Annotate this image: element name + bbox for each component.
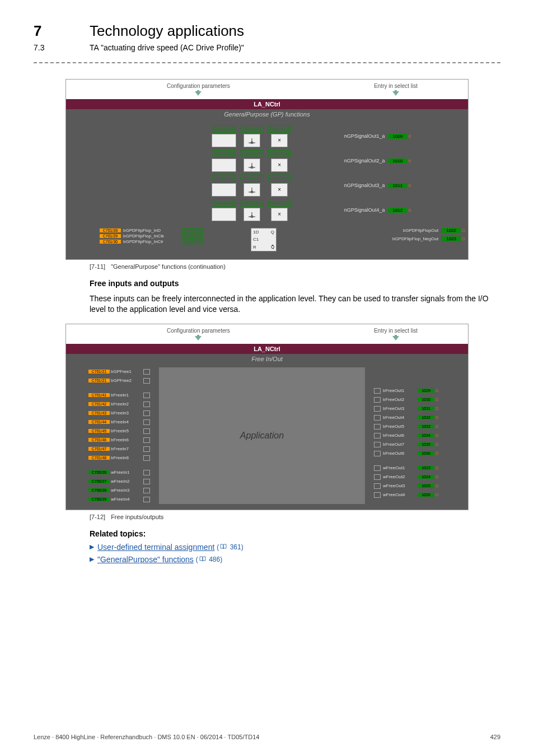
port-code: C700/29 <box>88 497 110 501</box>
port-box-icon <box>374 492 381 498</box>
entry-pill: 1033 <box>418 424 434 428</box>
section-title: TA "actuating drive speed (AC Drive Prof… <box>90 43 244 52</box>
param-code: C00410/3 <box>213 175 236 182</box>
port-code: C701/21 <box>88 379 110 382</box>
chapter-number: 7 <box>34 22 90 40</box>
port-box-icon <box>374 433 381 438</box>
port-code: C701/30 <box>100 240 121 244</box>
entry-pill: 1009 <box>388 134 407 139</box>
entry-pill: 1032 <box>418 416 434 419</box>
param-code: C00410/1 <box>213 125 236 133</box>
book-icon <box>220 544 227 549</box>
entry-pill: 1034 <box>418 433 434 437</box>
port-box-icon <box>374 465 381 471</box>
switch-icon <box>243 134 260 147</box>
port-code: C701/48 <box>88 456 110 460</box>
param-code: C00833/6 <box>182 239 203 244</box>
port-box-icon <box>374 483 381 489</box>
free-out-label: bFreeOut7 <box>383 442 416 447</box>
port-square-icon: □ <box>435 465 438 470</box>
port-box-icon <box>143 410 150 416</box>
port-box-icon <box>143 446 150 452</box>
free-in-label: wFreeIn3 <box>111 488 142 493</box>
port-code: C701/21 <box>88 370 110 374</box>
port-square-icon: □ <box>435 406 438 411</box>
la-header: LA_NCtrl <box>66 99 468 109</box>
multiply-icon: × <box>271 134 288 147</box>
entry-pill: 1025 <box>418 484 434 488</box>
free-io-paragraph: These inputs can be freely interconnecte… <box>90 293 500 315</box>
footer-left: Lenze · 8400 HighLine · Referenzhandbuch… <box>34 734 259 740</box>
signal-label: nGPSignalOut3_a <box>317 183 387 188</box>
figure-caption-1: [7-11]"GeneralPurpose" functions (contin… <box>90 263 500 270</box>
entry-pill: 1023 <box>418 466 434 470</box>
free-out-label: wFreeOut4 <box>383 492 416 497</box>
port-box-icon <box>374 406 381 412</box>
port-circle-icon: ○ <box>408 133 411 139</box>
signal-label: nGPSignalOut1_a <box>317 133 387 139</box>
free-out-label: bFreeOut5 <box>383 424 416 429</box>
port-box-icon <box>143 428 150 434</box>
port-square-icon: □ <box>435 483 438 488</box>
divider <box>34 62 500 63</box>
switch-icon <box>243 183 260 197</box>
switch-icon <box>243 208 260 221</box>
related-topics-heading: Related topics: <box>90 529 500 538</box>
port-code: C701/41 <box>88 393 110 397</box>
port-box-icon <box>374 397 381 403</box>
port-box-icon <box>143 402 150 407</box>
port-code: C701/44 <box>88 420 110 424</box>
param-code: C00833/5 <box>182 234 203 239</box>
param-code: C00413/3 <box>241 150 264 157</box>
application-box: Application <box>159 367 365 504</box>
free-in-label: bFreeIn6 <box>111 437 142 442</box>
free-out-label: wFreeOut2 <box>383 474 416 479</box>
free-out-label: bFreeOut8 <box>383 451 416 456</box>
multiply-icon: × <box>271 183 288 197</box>
svg-marker-14 <box>195 335 202 340</box>
switch-icon <box>243 158 260 172</box>
entry-pill: 1023 <box>442 236 461 241</box>
port-code: C701/29 <box>100 234 121 238</box>
param-code: C00413/2 <box>268 125 291 133</box>
param-code: C00413/1 <box>241 125 264 133</box>
free-in-label: bFreeIn7 <box>111 446 142 451</box>
entry-list-label: Entry in select list <box>374 83 418 96</box>
config-params-label: Configuration parameters <box>167 83 230 96</box>
param-code: C00833/4 <box>182 228 203 233</box>
page-number: 429 <box>490 734 500 740</box>
param-code: C00413/6 <box>268 175 291 182</box>
port-box-icon <box>143 470 150 475</box>
free-in-label: bGPFree1 <box>111 369 142 374</box>
entry-pill: 1035 <box>418 442 434 446</box>
port-box-icon <box>143 437 150 443</box>
free-out-label: bFreeOut6 <box>383 433 416 438</box>
ff-output-label: bGPDFlipFlop_NegOut <box>392 236 438 241</box>
port-code: C701/43 <box>88 411 110 415</box>
free-io-section-header: Free In/Out <box>66 354 468 364</box>
signal-label: nGPSignalOut4_a <box>317 207 387 213</box>
port-code: C700/26 <box>88 470 110 474</box>
entry-pill: 1036 <box>418 451 434 455</box>
port-box-icon <box>143 378 150 384</box>
port-square-icon: □ <box>435 433 438 438</box>
entry-pill: 1029 <box>418 389 434 393</box>
port-code: C701/46 <box>88 438 110 442</box>
config-params-label: Configuration parameters <box>167 328 230 340</box>
page-ref: ( 361) <box>217 543 243 551</box>
port-square-icon: □ <box>435 474 438 479</box>
multiply-icon: × <box>271 158 288 172</box>
param-code: C00413/5 <box>241 175 264 182</box>
param-box <box>212 158 236 172</box>
topic-link[interactable]: User-defined terminal assignment <box>97 543 214 552</box>
gp-section-header: GeneralPurpose (GP) functions <box>66 109 468 119</box>
port-code: C701/42 <box>88 402 110 406</box>
topic-link[interactable]: "GeneralPurpose" functions <box>97 555 194 564</box>
param-box <box>212 208 236 221</box>
page-ref: ( 486) <box>196 556 222 563</box>
flipflop-box: 1D Q C1 R Q̄ <box>251 228 277 251</box>
ff-input-label: bGPDFlipFlop_InClr <box>123 239 181 244</box>
port-square-icon: □ <box>435 492 438 497</box>
port-box-icon <box>374 424 381 430</box>
port-square-icon: □ <box>462 228 465 233</box>
